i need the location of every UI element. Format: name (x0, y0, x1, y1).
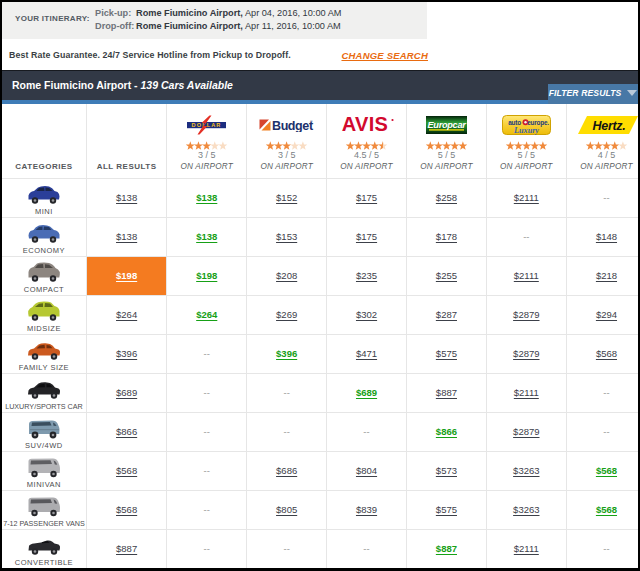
svg-text:Budget: Budget (272, 118, 314, 132)
svg-text:Europcar: Europcar (427, 119, 466, 129)
svg-text:DOLLAR: DOLLAR (191, 122, 221, 128)
svg-text:auto: auto (508, 118, 521, 125)
svg-text:Hertz.: Hertz. (593, 118, 626, 132)
svg-text:Luxury: Luxury (513, 125, 539, 134)
svg-text:®: ® (310, 119, 313, 123)
svg-text:AVIS: AVIS (341, 116, 387, 134)
